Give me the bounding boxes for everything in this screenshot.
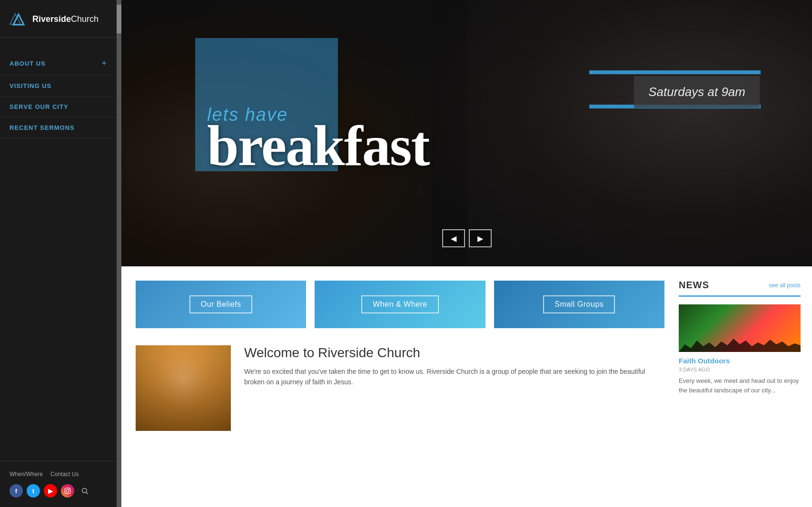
see-all-posts-link[interactable]: see all posts: [769, 282, 801, 289]
card-small-groups-label: Small Groups: [543, 295, 615, 313]
card-small-groups[interactable]: Small Groups: [494, 281, 664, 328]
footer-links: When/Where Contact Us: [10, 471, 107, 478]
sidebar-footer: When/Where Contact Us f t ▶: [0, 461, 117, 507]
welcome-title: Welcome to Riverside Church: [244, 345, 664, 361]
youtube-icon[interactable]: ▶: [44, 484, 57, 497]
hero-blue-accent-top: [589, 70, 761, 74]
news-post-body: Every week, we meet and head out to enjo…: [679, 376, 801, 395]
hero-schedule-text: Saturdays at 9am: [648, 85, 745, 99]
sidebar-item-visiting[interactable]: VISITING US: [0, 76, 117, 97]
svg-rect-2: [65, 488, 70, 494]
svg-line-6: [86, 492, 88, 494]
content-main: Our Beliefs When & Where Small Groups We…: [121, 266, 679, 507]
content-area: Our Beliefs When & Where Small Groups We…: [121, 266, 812, 507]
svg-point-4: [69, 489, 69, 490]
news-post-image: [679, 304, 801, 352]
card-when-where-label: When & Where: [361, 295, 438, 313]
svg-point-3: [66, 489, 69, 492]
logo-icon: [10, 10, 28, 29]
news-header: NEWS see all posts: [679, 280, 801, 297]
logo-text: RiversideChurch: [32, 15, 99, 24]
twitter-icon[interactable]: t: [27, 484, 40, 497]
sidebar-item-serve[interactable]: SERVE OUR CITY: [0, 97, 117, 117]
news-post-title[interactable]: Faith Outdoors: [679, 357, 801, 365]
welcome-text-block: Welcome to Riverside Church We're so exc…: [244, 345, 664, 388]
instagram-icon[interactable]: [61, 484, 74, 497]
sidebar-item-about[interactable]: ABOUT US +: [0, 52, 117, 76]
hero-section: lets have breakfast Saturdays at 9am ◀ ▶: [121, 0, 812, 266]
svg-point-5: [82, 488, 87, 493]
social-icons-row: f t ▶: [10, 484, 107, 497]
welcome-body: We're so excited that you've taken the t…: [244, 366, 664, 388]
when-where-link[interactable]: When/Where: [10, 471, 43, 478]
logo-area: RiversideChurch: [0, 0, 117, 38]
welcome-image: [136, 345, 231, 431]
scrollbar-track[interactable]: [117, 0, 121, 507]
news-title: NEWS: [679, 280, 709, 291]
hero-text-content: lets have breakfast: [121, 0, 812, 266]
search-icon[interactable]: [78, 484, 91, 497]
main-content: lets have breakfast Saturdays at 9am ◀ ▶…: [121, 0, 812, 507]
hero-schedule-box: Saturdays at 9am: [634, 76, 760, 108]
hero-prev-button[interactable]: ◀: [442, 229, 465, 247]
card-our-beliefs[interactable]: Our Beliefs: [136, 281, 306, 328]
card-our-beliefs-label: Our Beliefs: [189, 295, 253, 313]
hero-nav-buttons: ◀ ▶: [442, 229, 492, 247]
news-post-date: 3 DAYS AGO: [679, 367, 801, 372]
sidebar-nav: ABOUT US + VISITING US SERVE OUR CITY RE…: [0, 52, 117, 461]
card-when-where[interactable]: When & Where: [315, 281, 485, 328]
about-expand-icon: +: [101, 58, 107, 68]
facebook-icon[interactable]: f: [10, 484, 23, 497]
sidebar: RiversideChurch ABOUT US + VISITING US S…: [0, 0, 117, 507]
hero-next-button[interactable]: ▶: [469, 229, 492, 247]
cards-row: Our Beliefs When & Where Small Groups: [136, 281, 664, 328]
contact-link[interactable]: Contact Us: [50, 471, 79, 478]
news-sidebar: NEWS see all posts Faith Outdoors 3 DAYS…: [679, 266, 812, 507]
sidebar-item-sermons[interactable]: RECENT SERMONS: [0, 117, 117, 138]
welcome-row: Welcome to Riverside Church We're so exc…: [136, 345, 664, 431]
welcome-image-overlay: [136, 345, 231, 431]
crowd-silhouette: [679, 333, 801, 352]
scrollbar-thumb[interactable]: [117, 5, 121, 33]
hero-title: breakfast: [207, 120, 812, 172]
